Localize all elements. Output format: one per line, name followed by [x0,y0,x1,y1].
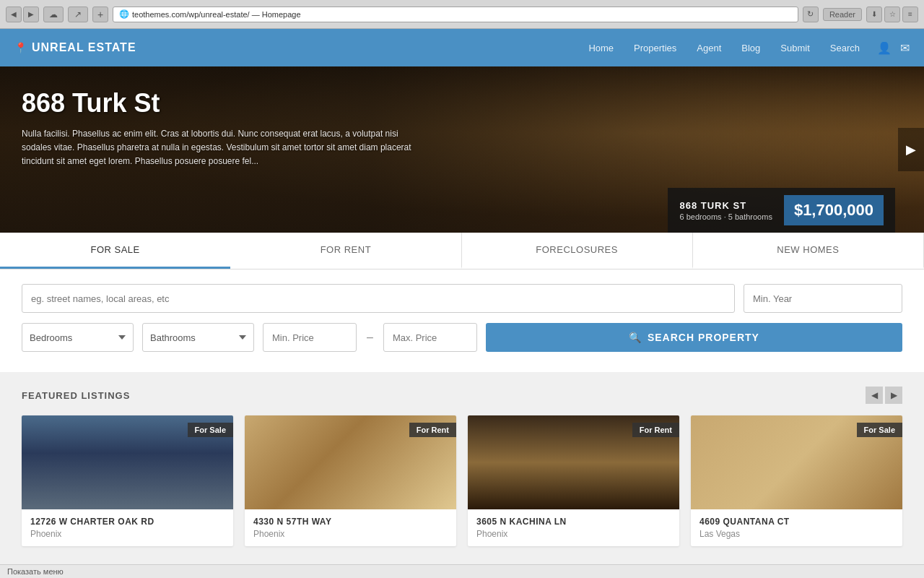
listing-badge: For Rent [632,423,679,437]
listing-address: 12726 W CHARTER OAK RD [30,517,225,527]
url-scheme-icon: 🌐 [119,9,129,19]
search-tabs: FOR SALE FOR RENT FORECLOSURES NEW HOMES [0,233,924,269]
search-section: Bedrooms 1 2 3 4 5+ Bathrooms 1 2 3 4 5+… [0,269,924,372]
featured-section: FEATURED LISTINGS ◀ ▶ For Sale 12726 W C… [0,372,924,561]
max-price-input[interactable] [383,323,477,352]
refresh-button[interactable]: ↻ [803,7,819,22]
listing-city: Phoenix [30,529,225,539]
year-input[interactable] [744,284,902,313]
new-tab-button[interactable]: + [92,7,108,22]
search-row-1 [22,284,902,313]
listing-badge: For Sale [857,423,902,437]
listing-info: 4330 N 57TH WAY Phoenix [245,509,456,546]
tab-new-homes[interactable]: NEW HOMES [693,233,924,269]
tab-for-sale[interactable]: FOR SALE [0,233,230,269]
listing-card[interactable]: For Rent 4330 N 57TH WAY Phoenix [245,415,456,546]
url-bar[interactable]: 🌐 teothemes.com/wp/unreal-estate/ — Home… [113,7,798,22]
hero-property-details: 6 bedrooms · 5 bathrooms [679,212,772,221]
hero-property-name: 868 TURK ST [679,200,772,211]
forward-button[interactable]: ▶ [23,7,39,22]
status-text: Показать меню [7,567,64,576]
nav-home[interactable]: Home [588,43,614,53]
featured-header: FEATURED LISTINGS ◀ ▶ [22,387,902,404]
user-icon[interactable]: 👤 [877,41,892,55]
listing-card[interactable]: For Sale 4609 QUANTANA CT Las Vegas [691,415,902,546]
site-header: 📍 UNREAL ESTATE Home Properties Agent Bl… [0,29,924,66]
search-button[interactable]: 🔍 SEARCH PROPERTY [486,323,902,352]
search-icon: 🔍 [629,332,642,343]
nav-submit[interactable]: Submit [780,43,809,53]
browser-right-icons: ⬇ ☆ ≡ [866,7,918,22]
hero-title: 868 Turk St [22,88,902,118]
tab-foreclosures[interactable]: FORECLOSURES [462,233,693,269]
listing-city: Phoenix [476,529,671,539]
url-text: teothemes.com/wp/unreal-estate/ — Homepa… [132,10,301,19]
listing-address: 3605 N KACHINA LN [476,517,671,527]
back-button[interactable]: ◀ [6,7,22,22]
listing-badge: For Sale [188,423,233,437]
listing-address: 4330 N 57TH WAY [253,517,448,527]
nav-search[interactable]: Search [830,43,860,53]
bathrooms-select[interactable]: Bathrooms 1 2 3 4 5+ [142,323,254,352]
menu-icon[interactable]: ≡ [902,7,918,22]
site-logo: 📍 UNREAL ESTATE [14,41,588,54]
featured-prev-button[interactable]: ◀ [866,387,883,404]
hero-property-info: 868 TURK ST 6 bedrooms · 5 bathrooms [679,200,772,221]
hero-content: 868 Turk St Nulla facilisi. Phasellus ac… [0,66,924,184]
listing-card[interactable]: For Sale 12726 W CHARTER OAK RD Phoenix [22,415,233,546]
browser-chrome: ◀ ▶ ☁ ↗ + 🌐 teothemes.com/wp/unreal-esta… [0,0,924,29]
listing-info: 3605 N KACHINA LN Phoenix [468,509,679,546]
reader-button[interactable]: Reader [823,8,862,21]
listing-image: For Rent [245,415,456,509]
cloud-button[interactable]: ☁ [43,7,64,22]
pin-icon: 📍 [14,42,27,53]
listing-image: For Rent [468,415,679,509]
share-button[interactable]: ↗ [68,7,88,22]
logo-text: UNREAL ESTATE [32,41,136,54]
listing-badge: For Rent [409,423,456,437]
listing-info: 12726 W CHARTER OAK RD Phoenix [22,509,233,546]
header-icons: 👤 ✉ [877,41,910,55]
listings-grid: For Sale 12726 W CHARTER OAK RD Phoenix … [22,415,902,546]
hero-property-price: $1,700,000 [784,195,884,225]
hero-description: Nulla facilisi. Phasellus ac enim elit. … [22,127,426,169]
bedrooms-select[interactable]: Bedrooms 1 2 3 4 5+ [22,323,134,352]
site-content: 📍 UNREAL ESTATE Home Properties Agent Bl… [0,29,924,578]
status-bar: Показать меню [0,564,924,578]
site-nav: Home Properties Agent Blog Submit Search [588,43,860,53]
featured-next-button[interactable]: ▶ [885,387,902,404]
search-row-2: Bedrooms 1 2 3 4 5+ Bathrooms 1 2 3 4 5+… [22,323,902,352]
nav-agent[interactable]: Agent [697,43,721,53]
hero-next-arrow[interactable]: ▶ [898,128,924,171]
price-dash: – [365,331,375,344]
listing-image: For Sale [22,415,233,509]
download-icon[interactable]: ⬇ [866,7,882,22]
tab-for-rent[interactable]: FOR RENT [230,233,461,269]
location-input[interactable] [22,284,735,313]
listing-image: For Sale [691,415,902,509]
listing-city: Phoenix [253,529,448,539]
min-price-input[interactable] [263,323,357,352]
listing-address: 4609 QUANTANA CT [699,517,894,527]
mail-icon[interactable]: ✉ [900,41,910,55]
bookmark-icon[interactable]: ☆ [884,7,900,22]
listing-city: Las Vegas [699,529,894,539]
hero-property-badge: 868 TURK ST 6 bedrooms · 5 bathrooms $1,… [668,188,895,233]
featured-nav: ◀ ▶ [866,387,902,404]
listing-info: 4609 QUANTANA CT Las Vegas [691,509,902,546]
hero-section: 868 Turk St Nulla facilisi. Phasellus ac… [0,66,924,233]
listing-card[interactable]: For Rent 3605 N KACHINA LN Phoenix [468,415,679,546]
browser-nav-group: ◀ ▶ [6,7,39,22]
nav-blog[interactable]: Blog [741,43,760,53]
search-button-label: SEARCH PROPERTY [648,332,759,343]
featured-title: FEATURED LISTINGS [22,390,130,401]
nav-properties[interactable]: Properties [634,43,676,53]
